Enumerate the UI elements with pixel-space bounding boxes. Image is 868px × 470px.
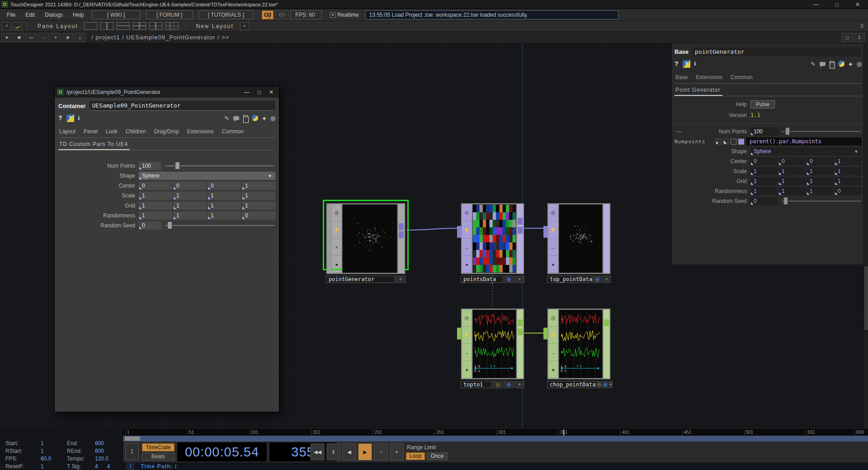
- edit-icon[interactable]: ✎: [811, 61, 816, 67]
- node-flag-icon[interactable]: ×: [332, 239, 341, 256]
- node-flag-icon[interactable]: ●: [332, 256, 341, 273]
- node-flag-icon[interactable]: ●: [548, 256, 558, 273]
- node-add-button[interactable]: +: [609, 381, 613, 388]
- node-view-button[interactable]: [504, 276, 514, 283]
- tab-extensions[interactable]: Extensions: [187, 128, 214, 135]
- python-help-icon[interactable]: ?: [683, 60, 690, 68]
- output-connector[interactable]: [518, 218, 523, 225]
- python-mode-icon[interactable]: [252, 115, 258, 121]
- grid-x-field[interactable]: 1: [139, 202, 172, 210]
- add-parameter-icon[interactable]: +: [262, 114, 266, 122]
- tab-extensions[interactable]: Extensions: [696, 74, 722, 80]
- randomness-w-field[interactable]: 0: [242, 212, 275, 220]
- node-flag-icon[interactable]: ⚡: [548, 327, 558, 344]
- dialog-maximize-button[interactable]: □: [258, 89, 261, 95]
- node-viewer[interactable]: [559, 204, 603, 273]
- float-pane-icon[interactable]: □: [842, 33, 853, 42]
- frame-marker-box[interactable]: I: [125, 443, 139, 460]
- dialog-close-button[interactable]: ✕: [269, 89, 274, 95]
- play-button[interactable]: ▶: [358, 443, 372, 461]
- randomness-z-field[interactable]: 1: [807, 187, 834, 195]
- copy-parameters-icon[interactable]: [830, 61, 834, 66]
- info-icon[interactable]: i: [694, 60, 696, 67]
- node-flag-icon[interactable]: →: [462, 344, 472, 361]
- add-bookmark-icon[interactable]: +: [50, 33, 61, 42]
- node-flag-icon[interactable]: ●: [462, 256, 472, 273]
- scale-y-field[interactable]: 1: [173, 192, 207, 200]
- numpoints-field[interactable]: 100: [750, 127, 778, 136]
- speed-minus-button[interactable]: −: [374, 443, 388, 461]
- center-z-field[interactable]: 0: [208, 182, 241, 190]
- mode-expression-icon[interactable]: [738, 139, 744, 145]
- node-add-button[interactable]: +: [603, 276, 611, 283]
- node-flag-icon[interactable]: ◎: [548, 310, 558, 327]
- input-connector[interactable]: [543, 328, 547, 339]
- scrollbar-thumb[interactable]: [864, 267, 868, 330]
- menu-help[interactable]: Help: [69, 10, 88, 19]
- node-flag-icon[interactable]: ●: [462, 361, 472, 378]
- edit-icon[interactable]: ✎: [224, 115, 229, 122]
- maximize-button[interactable]: □: [826, 0, 847, 9]
- node-viewer[interactable]: [342, 204, 397, 273]
- oi-toggle[interactable]: O|I: [262, 10, 274, 19]
- output-connector[interactable]: [399, 231, 404, 238]
- timeline-ruler[interactable]: 151101151201251301351401451501551600: [123, 429, 868, 436]
- python-mode-icon[interactable]: [838, 61, 844, 67]
- help-pulse-button[interactable]: Pulse: [750, 100, 775, 108]
- randomness-w-field[interactable]: 0: [835, 187, 862, 195]
- node-name-field[interactable]: top_pointData: [547, 276, 593, 283]
- shape-dropdown[interactable]: Sphere ▼: [750, 147, 862, 155]
- center-x-field[interactable]: 0: [750, 157, 778, 165]
- op-name-field[interactable]: UESample09_PointGenerator: [90, 101, 275, 111]
- timeline-range-bar[interactable]: ...: [123, 436, 868, 442]
- center-z-field[interactable]: 0: [807, 157, 834, 165]
- tab-look[interactable]: Look: [106, 128, 118, 135]
- menu-file[interactable]: File: [3, 10, 19, 19]
- node-name-field[interactable]: topto1: [461, 381, 492, 388]
- scale-x-field[interactable]: 1: [139, 192, 172, 200]
- help-icon[interactable]: ?: [675, 60, 679, 67]
- bookmarks-icon[interactable]: ★: [62, 33, 73, 42]
- pause-button[interactable]: ‖: [326, 443, 340, 461]
- layout-vsplit-button[interactable]: [100, 22, 113, 30]
- node-flag-icon[interactable]: ◎: [332, 204, 341, 221]
- numpoints-expression-field[interactable]: parent().par.Numpoints: [746, 137, 862, 146]
- new-layout-add-button[interactable]: +: [240, 22, 249, 30]
- resetf-value[interactable]: 1: [41, 463, 67, 470]
- node-name-field[interactable]: chop_pointData: [547, 381, 596, 388]
- node-add-button[interactable]: +: [396, 276, 406, 283]
- tab-common[interactable]: Common: [731, 74, 753, 80]
- once-button[interactable]: Once: [427, 452, 448, 460]
- home-icon[interactable]: ⌂: [75, 33, 85, 42]
- output-connector[interactable]: [604, 320, 609, 326]
- randomseed-field[interactable]: 0: [139, 221, 161, 230]
- mode-export-icon[interactable]: [723, 139, 729, 145]
- scale-w-field[interactable]: 1: [242, 192, 275, 200]
- stop-icon[interactable]: ■: [14, 33, 24, 42]
- node-viewer[interactable]: [559, 310, 603, 378]
- node-flag-icon[interactable]: ◎: [462, 310, 472, 327]
- node-pointsData[interactable]: ◎⚡→● pointsData +: [461, 203, 524, 256]
- node-view-button[interactable]: [504, 381, 514, 388]
- center-y-field[interactable]: 0: [173, 182, 207, 190]
- center-x-field[interactable]: 0: [139, 182, 172, 190]
- node-add-button[interactable]: +: [514, 276, 524, 283]
- node-view-button[interactable]: [597, 381, 602, 388]
- shape-dropdown[interactable]: Sphere ▼: [139, 172, 275, 180]
- mode-constant-icon[interactable]: [715, 139, 721, 145]
- layout-grid6-button[interactable]: [165, 22, 179, 30]
- mode-python-icon[interactable]: [731, 139, 736, 145]
- grid-w-field[interactable]: 1: [242, 202, 275, 210]
- timecode-mode-button[interactable]: TimeCode: [142, 443, 175, 451]
- output-connector[interactable]: [399, 223, 404, 230]
- node-view-button[interactable]: [493, 381, 503, 388]
- randomseed-field[interactable]: 0: [750, 197, 778, 205]
- node-name-field[interactable]: pointsData: [461, 276, 503, 283]
- randomness-y-field[interactable]: 1: [778, 187, 806, 195]
- node-name-field[interactable]: pointGenerator: [326, 276, 395, 283]
- speed-plus-button[interactable]: +: [390, 443, 404, 461]
- node-view-button[interactable]: [594, 276, 602, 283]
- node-view-button[interactable]: [603, 381, 608, 388]
- comment-icon[interactable]: [233, 116, 239, 120]
- layout-grid4-button[interactable]: [149, 22, 162, 30]
